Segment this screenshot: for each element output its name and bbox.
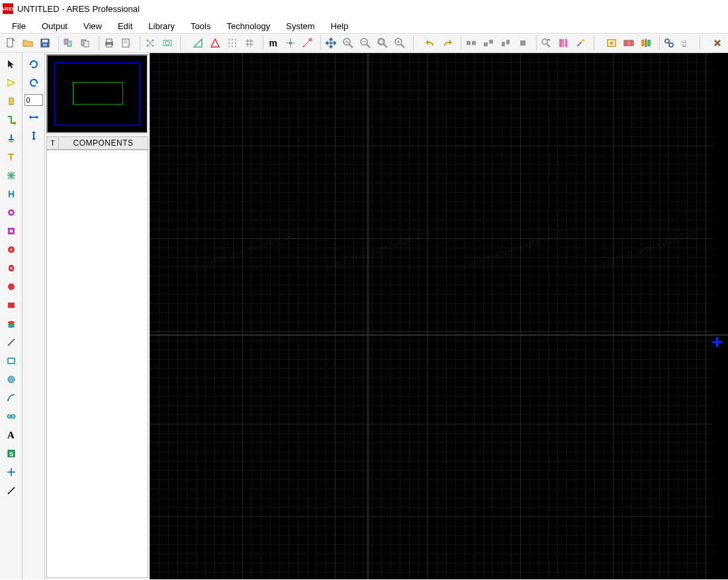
zoom-area-button[interactable] (392, 35, 408, 51)
menu-library[interactable]: Library (140, 20, 183, 32)
svg-point-25 (228, 39, 230, 40)
through-hole-tool[interactable] (3, 205, 19, 220)
svg-line-55 (367, 44, 370, 48)
marker-tool[interactable] (3, 465, 19, 479)
via-tool[interactable] (3, 131, 19, 146)
block-rotate-button[interactable] (498, 35, 514, 51)
smd-pad-tool[interactable] (3, 224, 19, 238)
ratsnest-tool[interactable] (3, 168, 19, 183)
svg-rect-69 (502, 42, 505, 46)
pan-button[interactable] (323, 35, 339, 51)
svg-rect-6 (68, 41, 71, 46)
design-explorer-button[interactable] (709, 35, 725, 51)
measure-tool[interactable] (3, 483, 19, 498)
arena-button[interactable] (604, 35, 619, 51)
origin-button[interactable] (300, 35, 316, 51)
split-button[interactable] (638, 35, 654, 51)
new-file-button[interactable] (3, 35, 19, 51)
svg-point-29 (232, 42, 233, 44)
zoom-out-button[interactable] (357, 35, 373, 51)
menu-technology[interactable]: Technology (218, 20, 278, 32)
svg-rect-115 (8, 303, 15, 308)
wizard-button[interactable] (572, 35, 588, 51)
svg-marker-63 (426, 40, 428, 45)
search-button[interactable] (662, 35, 678, 51)
mirror-h-button[interactable] (26, 110, 42, 124)
svg-rect-0 (7, 38, 13, 47)
metric-button[interactable]: m (265, 35, 281, 51)
components-list[interactable] (46, 150, 148, 578)
import-button[interactable] (61, 35, 77, 51)
round-pad-tool[interactable] (3, 261, 19, 275)
block-delete-button[interactable] (515, 35, 531, 51)
track-tool[interactable] (3, 113, 19, 127)
components-panel-tab[interactable]: T (47, 137, 59, 149)
menu-help[interactable]: Help (323, 20, 357, 32)
svg-rect-84 (641, 40, 645, 46)
menu-output[interactable]: Output (34, 20, 75, 32)
overview-panel[interactable] (46, 54, 148, 134)
circle-pad-tool[interactable] (3, 279, 19, 294)
design-canvas[interactable]: 小小软件迷 www.xxrjm.com 小小软件迷 www.xxrjm.com … (150, 53, 728, 579)
menu-view[interactable]: View (75, 20, 110, 32)
print-button[interactable] (101, 35, 117, 51)
package-tool[interactable] (3, 94, 19, 109)
svg-rect-8 (84, 41, 89, 47)
power-plane-tool[interactable] (3, 242, 19, 257)
open-file-button[interactable] (20, 35, 36, 51)
preview-button[interactable] (118, 35, 134, 51)
rectangle-tool[interactable] (3, 354, 19, 368)
redo-button[interactable] (439, 35, 455, 51)
text-tool[interactable]: A (3, 428, 19, 442)
svg-point-62 (397, 41, 399, 43)
rotate-cw-button[interactable] (26, 57, 42, 72)
component-place-tool[interactable] (3, 75, 19, 90)
svg-marker-134 (29, 115, 31, 119)
pad-square-tool[interactable]: T (3, 150, 19, 164)
pick-button[interactable] (539, 35, 555, 51)
orientation-toolbox (23, 53, 45, 579)
toggle-legend-button[interactable]: U1S2 (678, 35, 694, 51)
toggle-layers-button[interactable] (207, 35, 223, 51)
rotation-input[interactable] (24, 94, 43, 106)
toggle-bounds-button[interactable] (190, 35, 206, 51)
zone-tool[interactable] (3, 316, 19, 331)
undo-button[interactable] (423, 35, 439, 51)
block-move-button[interactable] (480, 35, 496, 51)
save-file-button[interactable] (37, 35, 53, 51)
drc-button[interactable] (621, 35, 637, 51)
snap-button[interactable] (283, 35, 298, 51)
zoom-in-button[interactable] (340, 35, 356, 51)
select-tool[interactable] (3, 57, 19, 72)
arc-tool[interactable] (3, 391, 19, 405)
auto-place-tool[interactable] (3, 187, 19, 201)
zoom-extents-button[interactable] (375, 35, 390, 51)
svg-point-107 (10, 211, 13, 214)
window-title: UNTITLED - ARES Professional (17, 4, 140, 14)
path-tool[interactable] (3, 409, 19, 424)
svg-line-51 (349, 44, 353, 48)
menu-system[interactable]: System (278, 20, 322, 32)
mirror-v-button[interactable] (26, 128, 42, 143)
schematic-button[interactable] (142, 35, 158, 51)
menu-tools[interactable]: Tools (183, 20, 218, 32)
rotate-ccw-button[interactable] (26, 75, 42, 90)
line-tool[interactable] (3, 335, 19, 350)
canvas-grid (150, 53, 728, 579)
svg-rect-66 (472, 41, 476, 45)
svg-point-28 (228, 42, 230, 44)
svg-rect-140 (150, 53, 712, 579)
svg-marker-137 (32, 131, 36, 133)
menu-edit[interactable]: Edit (110, 20, 140, 32)
export-button[interactable] (77, 35, 93, 51)
svg-rect-11 (107, 44, 112, 47)
toggle-grid-lines-button[interactable] (242, 35, 257, 51)
dimension-tool[interactable]: S (3, 446, 19, 461)
filter-button[interactable] (555, 35, 571, 51)
circle-tool[interactable] (3, 372, 19, 387)
menu-file[interactable]: File (4, 20, 34, 32)
rect-pad-tool[interactable] (3, 298, 19, 313)
layout-button[interactable] (159, 35, 175, 51)
toggle-grid-dots-button[interactable] (224, 35, 240, 51)
block-copy-button[interactable] (463, 35, 479, 51)
